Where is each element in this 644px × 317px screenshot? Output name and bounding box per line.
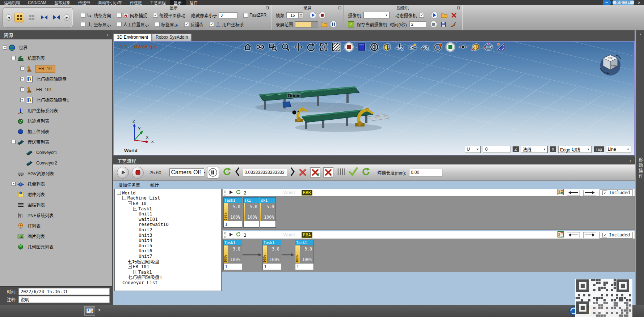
task-block-title[interactable]: sk1 — [260, 197, 276, 203]
resource-tree-item-用户坐标系列表[interactable]: 用户坐标系列表 — [2, 105, 111, 116]
note-field[interactable]: 说明 — [18, 296, 110, 303]
mirror-view-2-button[interactable] — [51, 13, 61, 22]
move-left-button[interactable] — [567, 190, 580, 196]
note-dropdown-icon[interactable]: ▼ — [98, 308, 101, 312]
resource-tree-item-传送带列表[interactable]: −传送带列表 — [2, 137, 111, 147]
task-block-count-cell[interactable] — [243, 221, 259, 228]
线条方向-checkbox[interactable] — [81, 13, 85, 18]
collapse-icon[interactable]: − — [3, 46, 7, 50]
view-cube[interactable]: TOP FRONT — [595, 48, 626, 78]
expand-icon[interactable]: + — [133, 270, 137, 274]
pan-icon[interactable] — [294, 42, 303, 52]
task-block-count-cell[interactable] — [260, 221, 276, 228]
rotate-view-icon[interactable] — [306, 42, 316, 52]
resource-tree-item-加工件列表[interactable]: 加工件列表 — [2, 126, 111, 137]
time-field[interactable]: 2022/6/24 15:36:31 — [18, 288, 110, 295]
delete-task-button[interactable]: T — [310, 167, 320, 177]
timeline-bars-icon[interactable] — [336, 168, 346, 177]
note-editor-button[interactable] — [84, 306, 95, 316]
resource-tree-item-七巧板四轴吸盘1[interactable]: +七巧板四轴吸盘1 — [2, 95, 111, 105]
task-block[interactable]: Task1100%3.8100%1 — [262, 240, 281, 270]
FastZPR-checkbox[interactable] — [243, 13, 248, 18]
zoom-window-icon[interactable] — [268, 42, 278, 52]
task-block-title[interactable]: Task1 — [295, 240, 314, 245]
resource-tree-item-轨迹点列表[interactable]: 轨迹点列表 — [2, 116, 111, 126]
square-green-icon[interactable] — [446, 42, 455, 52]
delete-line-button[interactable]: L — [323, 167, 333, 177]
move-right-button[interactable] — [583, 190, 596, 196]
u-value-input[interactable]: 0 — [483, 146, 510, 153]
included-toggle[interactable]: ✓Included — [599, 189, 633, 196]
viewport-tab-3D Environment[interactable]: 3D Environment — [113, 34, 152, 41]
隐藏像素小于-input[interactable]: 3 — [219, 12, 237, 18]
expand-icon[interactable]: + — [20, 67, 24, 70]
task-tree-item-Task1[interactable]: −Task1 — [115, 206, 220, 211]
step-back-button[interactable] — [235, 167, 240, 178]
坐标显示-checkbox[interactable] — [81, 22, 85, 27]
task-tree-item-Unit6[interactable]: Unit6 — [115, 248, 220, 254]
layout-grid-disabled-button[interactable] — [27, 13, 37, 22]
用户坐标系-checkbox[interactable]: ✓ — [209, 22, 214, 27]
resource-tree-item-ER_10[interactable]: +ER_10 — [2, 63, 111, 74]
task-block-count-cell[interactable]: 1 — [295, 264, 314, 270]
normal-select[interactable]: 法线▼ — [521, 146, 548, 153]
record-range-swatch[interactable] — [295, 21, 318, 27]
camera-play-button[interactable] — [431, 12, 438, 19]
task-set-count[interactable]: 2 — [244, 190, 247, 196]
网格捕捉-checkbox[interactable] — [117, 13, 122, 18]
task-tree-item-waitIO1[interactable]: waitIO1 — [115, 217, 220, 222]
resource-tree-item-灯列表[interactable]: 灯列表 — [2, 220, 111, 231]
robot-list-icon[interactable] — [557, 231, 564, 239]
hatch-icon[interactable] — [332, 42, 341, 52]
task-tree-item-Unit5[interactable]: Unit5 — [115, 243, 220, 248]
line-select[interactable]: Line▼ — [606, 146, 631, 153]
save-camera-checkbox[interactable]: ✓ — [348, 21, 354, 27]
resource-tree-item-七巧板四轴吸盘[interactable]: +七巧板四轴吸盘 — [2, 74, 111, 84]
collapse-icon[interactable]: − — [133, 207, 137, 211]
task-tree-item-Unit4[interactable]: Unit4 — [115, 237, 220, 243]
record-pause-button[interactable] — [330, 21, 337, 28]
task-tree-item-Unit1[interactable]: Unit1 — [115, 211, 220, 217]
task-tree-item-World[interactable]: −World — [115, 190, 220, 196]
task-tree-item-Unit3[interactable]: Unit3 — [115, 232, 220, 238]
move-right-button[interactable] — [583, 232, 596, 238]
camera-stop-button[interactable] — [430, 21, 437, 28]
menu-tab-CAD/CAM[interactable]: CAD/CAM — [24, 0, 50, 5]
resource-tree-item-几何图元列表[interactable]: 几何图元列表 — [2, 241, 111, 252]
resource-tree-item-Conveyor1[interactable]: Conveyor1 — [2, 147, 111, 158]
task-set-refresh-icon[interactable] — [236, 232, 241, 238]
window-close-button[interactable]: ✕ — [636, 1, 643, 5]
weld-length-input[interactable]: 0.00 — [409, 169, 442, 176]
resource-tree-item-机器列表[interactable]: −机器列表 — [2, 53, 111, 63]
orbit-icon[interactable] — [484, 42, 493, 52]
viewport-tab-Robox SysAddIn[interactable]: Robox SysAddIn — [152, 34, 191, 41]
recalc-button[interactable] — [361, 167, 371, 178]
rotate-red-icon[interactable] — [433, 42, 442, 52]
move-left-button[interactable] — [567, 232, 580, 238]
process-collapse-icon[interactable]: ‹ — [630, 158, 631, 163]
task-tree-item-ER_10[interactable]: −ER_10 — [115, 201, 220, 206]
expand-icon[interactable]: + — [20, 77, 24, 81]
fps-spinner[interactable]: ▲▼ — [299, 12, 303, 18]
task-tree-item-ER_101[interactable]: −ER_101 — [115, 264, 220, 269]
menu-tab-显示[interactable]: 显示 — [170, 0, 186, 5]
标签显示-checkbox[interactable] — [155, 22, 160, 27]
task-block-title[interactable]: Task1 — [223, 240, 242, 245]
expand-icon[interactable]: + — [20, 98, 24, 102]
mirror-view-button[interactable] — [39, 13, 49, 22]
resource-tree-item-AGV资源列表[interactable]: AGV资源列表 — [2, 168, 111, 179]
process-tab-增加任务集[interactable]: 增加任务集 — [118, 182, 140, 188]
task-tree-item-Conveyor List[interactable]: Conveyor List — [115, 280, 220, 285]
fps-input[interactable]: 15 — [286, 12, 299, 18]
camera-mode-select[interactable]: Camera Off▼ — [169, 168, 204, 176]
record-start-button[interactable] — [319, 12, 326, 19]
move-operation-tab[interactable]: 移动操作 — [637, 158, 644, 179]
plane-x-icon[interactable] — [395, 42, 404, 52]
step-value-input[interactable]: 0.033333333333333 — [243, 169, 287, 176]
camera-brush-button[interactable] — [450, 21, 457, 28]
collapse-icon[interactable]: − — [12, 140, 16, 144]
included-checkbox[interactable]: ✓ — [602, 233, 607, 237]
task-tree-item-resetwaitIO[interactable]: resetwaitIO — [115, 222, 220, 227]
task-set-refresh-icon[interactable] — [236, 189, 241, 196]
expand-icon[interactable]: + — [20, 87, 24, 91]
